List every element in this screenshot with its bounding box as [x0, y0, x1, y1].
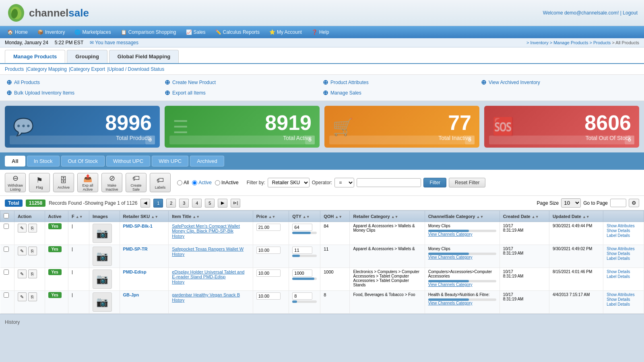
messages-link[interactable]: ✉ You have messages [90, 40, 138, 45]
operator-select[interactable]: = != > < >= <= [334, 178, 354, 187]
stat-search-total[interactable] [10, 136, 145, 144]
price-input-3[interactable] [256, 292, 281, 300]
qty-input-0[interactable] [292, 224, 312, 231]
price-input-1[interactable] [256, 247, 281, 254]
show-link-2-1[interactable]: Label Details [607, 274, 640, 279]
nav-myaccount[interactable]: ⭐ My Account [265, 28, 306, 37]
breadcrumb-inventory[interactable]: > Inventory [526, 40, 549, 45]
show-link-0-0[interactable]: Show Attributes [607, 224, 640, 228]
row-edit-2[interactable]: ✎ [18, 269, 27, 278]
breadcrumb-products[interactable]: > Products [589, 40, 611, 45]
btn-archive[interactable]: 🗄 Archive [53, 173, 74, 192]
btn-make-inactive[interactable]: ⊘ MakeInactive [101, 173, 122, 192]
row-edit-0[interactable]: ✎ [18, 224, 27, 232]
tab-manage-products[interactable]: Manage Products [5, 50, 65, 63]
page-size-select[interactable]: 10 25 50 100 [561, 198, 581, 208]
stat-search-btn-inactive[interactable]: ⚙ [465, 136, 475, 144]
qty-input-3[interactable] [292, 292, 312, 300]
nav-calculus[interactable]: ✏️ Calculus Reports [211, 28, 264, 37]
show-link-1-1[interactable]: Show Details [607, 251, 640, 256]
page-btn-1[interactable]: 1 [153, 199, 163, 208]
page-btn-4[interactable]: 4 [192, 199, 202, 208]
item-title-link-1[interactable]: Safepocket Texas Rangers Wallet W [172, 247, 244, 251]
goto-input[interactable] [610, 199, 626, 207]
btn-export-active[interactable]: 📤 Exp allActive [77, 173, 98, 192]
view-channel-link-1[interactable]: View Channels Category [428, 255, 473, 259]
sublink-category-mapping[interactable]: |Category Mapping [26, 66, 67, 72]
btn-labels[interactable]: 🏷 Labels [150, 173, 171, 192]
action-all-products[interactable]: ⊕ All Products [6, 78, 163, 87]
nav-help[interactable]: ❓ Help [308, 28, 333, 37]
radio-active[interactable]: Active [192, 180, 212, 185]
page-btn-2[interactable]: 2 [166, 199, 176, 208]
row-copy-1[interactable]: ⎘ [28, 247, 37, 255]
action-bulk-upload[interactable]: ⊕ Bulk Upload Inventory Items [6, 88, 163, 97]
show-link-3-0[interactable]: Show Attributes [607, 292, 640, 297]
page-next-btn[interactable]: ▶ [218, 199, 227, 208]
show-link-2-0[interactable]: Show Details [607, 269, 640, 274]
history-link-3[interactable]: History [172, 298, 249, 302]
row-copy-0[interactable]: ⎘ [28, 224, 37, 232]
page-last-btn[interactable]: ⊳| [231, 199, 240, 208]
tab-grouping[interactable]: Grouping [67, 50, 107, 63]
row-copy-2[interactable]: ⎘ [28, 269, 37, 278]
history-link-1[interactable]: History [172, 252, 249, 257]
row-edit-3[interactable]: ✎ [18, 292, 27, 301]
show-link-3-2[interactable]: Label Details [607, 302, 640, 306]
show-link-1-0[interactable]: Show Attributes [607, 247, 640, 251]
filter-tab-archived[interactable]: Archived [190, 156, 224, 167]
page-btn-3[interactable]: 3 [179, 199, 189, 208]
row-check-2[interactable] [4, 269, 9, 275]
price-input-0[interactable] [256, 224, 281, 231]
select-all-checkbox[interactable] [4, 213, 9, 218]
filter-tab-withoutupc[interactable]: Without UPC [106, 156, 150, 167]
row-copy-3[interactable]: ⎘ [28, 292, 37, 301]
sublink-upload-download[interactable]: |Upload / Download Status [107, 66, 164, 72]
nav-home[interactable]: 🏠 Home [3, 28, 32, 37]
btn-flag[interactable]: ⚑ Flag [29, 173, 50, 192]
filter-tab-instock[interactable]: In Stock [27, 156, 60, 167]
filter-by-select[interactable]: Retailer SKU Item Title Price QTY [268, 178, 310, 187]
btn-withdraw[interactable]: ⊖ WithdrawListing [5, 173, 26, 192]
sublink-category-export[interactable]: |Category Export [69, 66, 105, 72]
tab-global-field-mapping[interactable]: Global Field Mapping [109, 50, 179, 63]
action-create-new[interactable]: ⊕ Create New Product [165, 78, 321, 87]
page-prev-btn[interactable]: ◀ [140, 199, 150, 208]
view-channel-link-0[interactable]: View Channels Category [428, 232, 473, 237]
filter-tab-withupc[interactable]: With UPC [152, 156, 188, 167]
row-check-1[interactable] [4, 247, 9, 252]
action-product-attrs[interactable]: ⊕ Product Attributes [323, 78, 479, 87]
breadcrumb-manage[interactable]: > Manage Products [550, 40, 588, 45]
action-manage-sales[interactable]: ⊕ Manage Sales [323, 88, 479, 97]
action-view-archived[interactable]: ⊕ View Archived Inventory [481, 78, 638, 87]
view-channel-link-2[interactable]: View Channels Category [428, 282, 473, 287]
page-btn-5[interactable]: 5 [205, 199, 215, 208]
reset-filter-button[interactable]: Reset Filter [449, 178, 485, 187]
radio-all[interactable]: All [177, 180, 189, 185]
nav-comparison[interactable]: 📋 Comparison Shopping [117, 28, 180, 37]
show-link-0-2[interactable]: Label Details [607, 233, 640, 238]
filter-value-input[interactable] [357, 178, 421, 187]
item-title-link-3[interactable]: gardenbar Healthy Vegan Snack B [172, 292, 240, 297]
item-title-link-0[interactable]: SafePocket Men's Compact Wallet Money Cl… [172, 224, 240, 233]
price-input-2[interactable] [256, 269, 281, 277]
row-edit-1[interactable]: ✎ [18, 247, 27, 255]
show-link-1-2[interactable]: Label Details [607, 256, 640, 261]
stat-search-inactive[interactable] [329, 136, 465, 144]
stat-search-btn-active[interactable]: ⚙ [305, 136, 315, 144]
nav-inventory[interactable]: 📦 Inventory [33, 28, 69, 37]
stat-search-oos[interactable] [489, 136, 625, 144]
sublink-products[interactable]: Products [5, 66, 24, 72]
btn-create-sale[interactable]: 🏷 CreateSale [126, 173, 147, 192]
stat-search-btn-oos[interactable]: ⚙ [625, 136, 634, 144]
nav-marketplaces[interactable]: 🌐 Marketplaces [70, 28, 115, 37]
stat-search-active[interactable] [169, 136, 305, 144]
goto-btn[interactable]: ⚙ [629, 199, 639, 207]
history-link-0[interactable]: History [172, 234, 249, 239]
filter-tab-all[interactable]: All [5, 156, 25, 167]
row-check-0[interactable] [4, 224, 9, 229]
qty-input-2[interactable] [292, 269, 312, 277]
history-link-2[interactable]: History [172, 280, 249, 284]
show-link-3-1[interactable]: Show Details [607, 297, 640, 302]
show-link-0-1[interactable]: Show Details [607, 228, 640, 233]
